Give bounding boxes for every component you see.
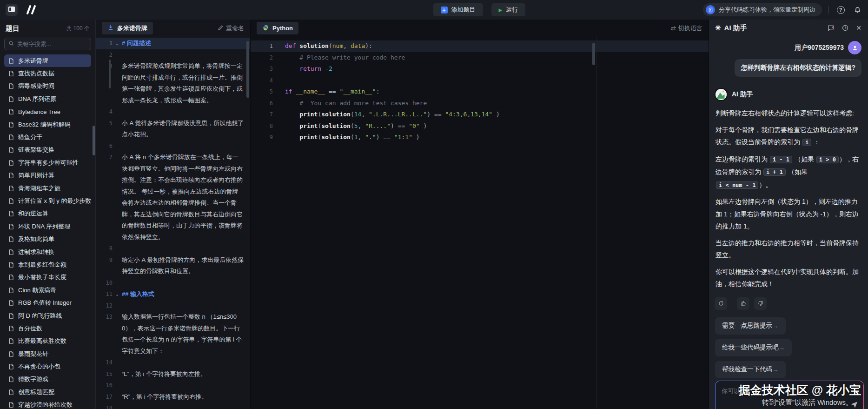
sidebar-item[interactable]: 比赛最高获胜次数 — [4, 335, 91, 348]
thumbs-down-icon[interactable] — [754, 297, 767, 310]
sidebar-item[interactable]: 环状 DNA 序列整理 — [4, 220, 91, 233]
sidebar-item[interactable]: DNA 序列还原 — [4, 93, 91, 105]
sidebar-item[interactable]: 阿 D 的飞行路线 — [4, 309, 91, 322]
thumbs-up-icon[interactable] — [737, 297, 749, 310]
markdown-line: 16 — [96, 380, 250, 391]
assistant-name: AI 助手 — [732, 90, 753, 99]
regenerate-icon[interactable] — [715, 297, 727, 310]
inline-code-chip: i + 1 — [763, 168, 786, 176]
new-chat-icon[interactable] — [827, 24, 835, 32]
markdown-editor[interactable]: 1⌄# 问题描述23多米诺骨牌游戏规则非常简单，将骨牌按一定间距的尺寸排成单行，… — [96, 37, 250, 409]
document-icon — [8, 402, 14, 408]
sidebar-item[interactable]: 和的逆运算 — [4, 208, 91, 220]
markdown-line: 9给定小 A 最初推骨牌的方向，求出最后依然保持竖立的骨牌数目和位置。 — [96, 255, 250, 277]
fold-chevron-icon[interactable]: ⌄ — [113, 288, 122, 300]
code-line: 3 return -2 — [251, 63, 709, 75]
ai-avatar — [715, 88, 728, 101]
document-icon — [8, 351, 14, 357]
sidebar-item[interactable]: 青海湖租车之旅 — [4, 182, 91, 194]
sidebar-item[interactable]: 穿越沙漠的补给次数 — [4, 399, 91, 409]
code-scrollbar[interactable] — [592, 43, 595, 65]
code-line: 2 # Please write your code here — [251, 52, 709, 64]
notification-bell-icon[interactable] — [852, 5, 862, 15]
rename-button[interactable]: 重命名 — [218, 24, 244, 33]
problem-panel: 多米诺骨牌 重命名 1⌄# 问题描述23多米诺骨牌游戏规则非常简单，将骨牌按一定… — [96, 20, 251, 409]
fold-gutter — [113, 152, 122, 243]
assistant-paragraph: 如果左边骨牌向左倒（状态为 1），则左边的推力加 1；如果右边骨牌向右倒（状态为… — [716, 195, 861, 233]
suggestion-label: 帮我检查一下代码 — [722, 365, 772, 374]
sidebar-item[interactable]: 最小替换子串长度 — [4, 271, 91, 284]
sidebar-toggle-button[interactable] — [6, 4, 18, 16]
help-icon[interactable]: ? — [835, 5, 846, 15]
sidebar-item[interactable]: 字符串有多少种可能性 — [4, 156, 91, 169]
markdown-line: 2 — [96, 49, 250, 61]
fold-chevron-icon[interactable]: ⌄ — [113, 38, 122, 49]
share-banner[interactable]: 分享代码练习体验，领限量定制周边 — [703, 3, 822, 16]
document-icon — [8, 210, 14, 217]
suggestion-list: 需要一点思路提示→给我一些代码提示吧→帮我检查一下代码→ — [715, 317, 862, 383]
document-icon — [8, 160, 14, 166]
description-scrollbar[interactable] — [246, 41, 249, 98]
user-name: 用户9075259973 — [795, 44, 844, 52]
search-box[interactable] — [4, 38, 91, 50]
sidebar-item[interactable]: Cion 勒索病毒 — [4, 284, 91, 296]
sidebar-item[interactable]: RGB 色值转 Integer — [4, 296, 91, 309]
document-icon — [8, 198, 14, 204]
suggestion-button[interactable]: 给我一些代码提示吧→ — [715, 339, 792, 356]
sidebar-item[interactable]: 及格如此简单 — [4, 233, 91, 245]
code-line: 7 print(solution(14, ".L.R...LR..L..") =… — [251, 109, 709, 121]
sidebar-item[interactable]: 猜数字游戏 — [4, 373, 91, 386]
markdown-line: 1⌄# 问题描述 — [96, 38, 250, 49]
sidebar-item[interactable]: 链表聚集交换 — [4, 144, 91, 156]
watermark-community: 掘金技术社区 @ 花小宝 — [739, 382, 861, 398]
close-icon[interactable]: ✕ — [856, 24, 861, 32]
assistant-message: 判断骨牌左右相邻状态的计算逻辑可以这样考虑:对于每个骨牌，我们需要检查它左边和右… — [715, 103, 862, 295]
user-avatar[interactable] — [848, 41, 861, 54]
ai-panel-title: AI 助手 — [724, 24, 747, 33]
sidebar-item[interactable]: Bytedance Tree — [4, 106, 91, 118]
assistant-paragraph: 左边骨牌的索引为 i - 1 （如果 i > 0），右边骨牌的索引为 i + 1… — [716, 153, 861, 192]
fold-gutter — [113, 255, 122, 277]
document-icon — [8, 121, 14, 128]
sidebar-item[interactable]: 简单四则计算 — [4, 169, 91, 182]
sidebar-item-label: DNA 序列还原 — [18, 95, 56, 103]
sidebar-item[interactable]: Base32 编码和解码 — [4, 118, 91, 131]
run-button[interactable]: ▶ 运行 — [491, 3, 526, 16]
sidebar-item[interactable]: 创意标题匹配 — [4, 386, 91, 398]
sidebar-item[interactable]: 进制求和转换 — [4, 246, 91, 258]
history-icon[interactable] — [841, 24, 849, 32]
markdown-line: 11⌄## 输入格式 — [96, 288, 250, 300]
fold-gutter — [113, 402, 122, 409]
sidebar-item[interactable]: 病毒感染时间 — [4, 80, 91, 93]
sidebar-item[interactable]: 拿到最多红包金额 — [4, 258, 91, 271]
sidebar-item[interactable]: 不再贪心的小包 — [4, 360, 91, 373]
code-editor[interactable]: 1def solution(num, data):2 # Please writ… — [251, 37, 709, 143]
sidebar-item[interactable]: 暴雨梨花针 — [4, 348, 91, 360]
sidebar-item[interactable]: 查找热点数据 — [4, 67, 91, 80]
document-icon — [8, 70, 14, 77]
document-icon — [8, 325, 14, 332]
fold-gutter — [113, 106, 122, 118]
add-question-button[interactable]: ＋ 添加题目 — [433, 3, 483, 16]
sidebar-item[interactable]: 多米诺骨牌 — [4, 54, 91, 67]
switch-language-button[interactable]: ⇄ 切换语言 — [671, 24, 702, 33]
suggestion-button[interactable]: 需要一点思路提示→ — [715, 317, 786, 335]
suggestion-button[interactable]: 帮我检查一下代码→ — [715, 361, 786, 378]
search-input[interactable] — [17, 41, 87, 47]
sidebar-item-label: Cion 勒索病毒 — [18, 286, 56, 295]
assistant-paragraph: 当左边的推力和右边的推力相等时，当前骨牌保持竖立。 — [716, 237, 861, 261]
sidebar-item[interactable]: 计算位置 x 到 y 的最少步数 — [4, 194, 91, 207]
sidebar-item[interactable]: 百分位数 — [4, 322, 91, 335]
code-line: 4 — [251, 75, 709, 87]
fold-gutter — [113, 277, 122, 289]
document-icon — [8, 96, 14, 102]
app-logo[interactable] — [24, 5, 38, 15]
inline-code-chip: i — [802, 139, 811, 146]
document-icon — [8, 223, 14, 230]
sidebar-scrollbar[interactable] — [93, 126, 95, 155]
sidebar-item[interactable]: 猫鱼分干 — [4, 131, 91, 143]
problem-tab[interactable]: 多米诺骨牌 — [102, 22, 153, 34]
document-icon — [8, 338, 14, 344]
language-tab[interactable]: Python — [257, 22, 298, 34]
fold-gutter — [113, 391, 122, 403]
